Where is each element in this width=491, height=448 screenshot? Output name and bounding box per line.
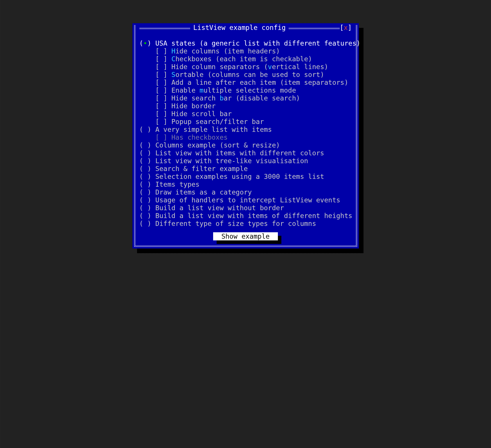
checkbox-option[interactable]: [ ] Add a line after each item (item sep… bbox=[139, 79, 352, 87]
option-list: (•) USA states (a generic list with diff… bbox=[139, 39, 352, 228]
radio-option[interactable]: ( ) Different type of size types for col… bbox=[139, 220, 352, 228]
checkbox-option[interactable]: [ ] Hide search bar (disable search) bbox=[139, 94, 352, 102]
checkbox-option: [ ] Has checkboxes bbox=[139, 134, 352, 141]
dialog: ListView example config [x] (•) USA stat… bbox=[132, 23, 359, 249]
radio-option[interactable]: ( ) Search & filter example bbox=[139, 165, 352, 173]
radio-option[interactable]: ( ) Draw items as a category bbox=[139, 188, 352, 196]
hotkey-char: S bbox=[171, 71, 175, 78]
hotkey-char: C bbox=[171, 55, 175, 63]
radio-option[interactable]: ( ) Usage of handlers to intercept ListV… bbox=[139, 196, 352, 204]
hotkey-char: b bbox=[220, 94, 224, 102]
radio-option[interactable]: ( ) List view with tree-like visualisati… bbox=[139, 157, 352, 165]
radio-option[interactable]: ( ) List view with items with different … bbox=[139, 149, 352, 157]
checkbox-option[interactable]: [ ] Hide border bbox=[139, 102, 352, 110]
checkbox-option[interactable]: [ ] Hide columns (item headers) bbox=[139, 47, 352, 55]
titlebar: ListView example config [x] bbox=[139, 28, 352, 32]
radio-option[interactable]: ( ) A very simple list with items bbox=[139, 126, 352, 134]
radio-option[interactable]: ( ) Selection examples using a 3000 item… bbox=[139, 173, 352, 181]
radio-option[interactable]: (•) USA states (a generic list with diff… bbox=[139, 39, 352, 47]
checkbox-option[interactable]: [ ] Hide scroll bar bbox=[139, 110, 352, 118]
close-button[interactable]: [x] bbox=[340, 24, 352, 32]
radio-option[interactable]: ( ) Items types bbox=[139, 181, 352, 188]
dialog-title: ListView example config bbox=[190, 24, 289, 32]
radio-option[interactable]: ( ) Build a list view with items of diff… bbox=[139, 212, 352, 220]
checkbox-option[interactable]: [ ] Sortable (columns can be used to sor… bbox=[139, 71, 352, 79]
radio-option[interactable]: ( ) Build a list view without border bbox=[139, 204, 352, 212]
close-icon: x bbox=[344, 24, 348, 31]
hotkey-char: v bbox=[268, 63, 272, 71]
checkbox-option[interactable]: [ ] Hide column separators (vertical lin… bbox=[139, 63, 352, 71]
checkbox-option[interactable]: [ ] Checkboxes (each item is checkable) bbox=[139, 55, 352, 63]
checkbox-option[interactable]: [ ] Popup search/filter bar bbox=[139, 118, 352, 126]
button-label: Show example bbox=[221, 233, 269, 240]
checkbox-option[interactable]: [ ] Enable multiple selections mode bbox=[139, 87, 352, 94]
hotkey-char: H bbox=[171, 47, 175, 55]
show-example-button[interactable]: Show example bbox=[213, 232, 278, 240]
radio-option[interactable]: ( ) Columns example (sort & resize) bbox=[139, 141, 352, 149]
hotkey-char: m bbox=[199, 87, 204, 94]
